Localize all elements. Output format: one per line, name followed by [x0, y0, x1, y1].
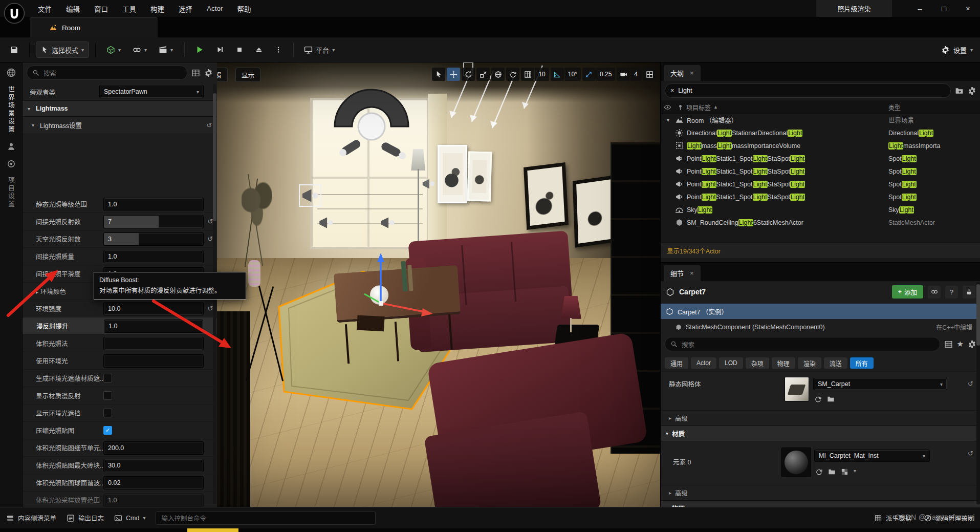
rail-project-settings[interactable]: 项目设置 — [6, 177, 16, 208]
value-field[interactable] — [103, 337, 204, 350]
grid-snap-toggle[interactable] — [521, 68, 534, 81]
spotlight-gizmo-icon[interactable] — [379, 214, 396, 231]
lightmass-settings-subheader[interactable]: ▾ Lightmass设置 ↺ — [23, 117, 217, 133]
rotation-snap-value[interactable]: 10° — [564, 68, 581, 81]
outliner-row[interactable]: SM_RoundCeilingLight6StaticMeshActorStat… — [661, 216, 980, 229]
advanced-row[interactable]: ▸ 高级 — [661, 485, 980, 500]
maximize-viewport-button[interactable] — [643, 68, 656, 81]
value-field[interactable]: 30.0 — [103, 459, 204, 472]
reset-icon[interactable]: ↺ — [207, 121, 212, 129]
new-folder-icon[interactable] — [955, 87, 964, 95]
play-options-button[interactable] — [270, 42, 287, 57]
outliner-row[interactable]: PointLightStatic1_SpotLightStaSpotLightS… — [661, 152, 980, 165]
value-field[interactable]: 3 — [103, 232, 204, 246]
expander-icon[interactable]: ▾ — [667, 117, 675, 123]
favorites-star-icon[interactable]: ★ — [957, 339, 964, 349]
material-options-icon[interactable] — [841, 468, 848, 476]
menu-item-4[interactable]: 构建 — [143, 0, 171, 17]
frame-skip-button[interactable] — [211, 42, 229, 57]
show-flags-button[interactable]: 显示 — [235, 68, 260, 82]
reset-icon[interactable]: ↺ — [968, 450, 973, 457]
outliner-row[interactable]: SkyLightSkyLight — [661, 203, 980, 216]
outliner-row[interactable]: LightmassLightmassImportanceVolumeLightm… — [661, 139, 980, 152]
close-icon[interactable]: × — [690, 269, 694, 277]
settings-button[interactable]: 设置 ▾ — [941, 45, 973, 55]
material-thumbnail[interactable] — [781, 448, 811, 477]
unreal-logo-icon[interactable] — [4, 3, 25, 24]
scale-tool-button[interactable] — [476, 68, 490, 81]
value-field[interactable]: 1.0 — [103, 494, 204, 507]
checkbox[interactable] — [103, 409, 112, 417]
menu-item-7[interactable]: 帮助 — [230, 0, 258, 17]
column-view-icon[interactable] — [191, 69, 200, 77]
mesh-thumbnail[interactable] — [785, 377, 809, 401]
outliner-search-input[interactable]: × Light — [665, 83, 951, 98]
tab-details[interactable]: 细节 × — [664, 265, 701, 281]
select-mode-dropdown[interactable]: 选择模式 ▾ — [36, 41, 89, 58]
rotation-snap-toggle[interactable] — [551, 68, 564, 81]
pin-icon[interactable] — [677, 104, 684, 111]
close-button[interactable]: × — [956, 0, 980, 17]
gear-icon[interactable] — [204, 69, 213, 77]
material-dropdown[interactable]: MI_Carptet_Mat_Inst ▾ — [814, 450, 930, 462]
gear-icon[interactable] — [968, 87, 976, 95]
cinematics-button[interactable]: ▾ — [154, 42, 178, 57]
scale-snap-toggle[interactable] — [582, 68, 596, 81]
world-local-toggle[interactable] — [491, 68, 505, 81]
component-row[interactable]: StaticMeshComponent (StaticMeshComponent… — [661, 320, 980, 334]
value-field[interactable] — [103, 354, 204, 368]
details-search-input[interactable]: 搜索 — [665, 337, 940, 351]
value-field[interactable]: 7 — [103, 215, 204, 228]
value-field[interactable]: 10.0 — [103, 302, 204, 315]
filter-chip-渲染[interactable]: 渲染 — [798, 357, 821, 369]
use-selected-icon[interactable] — [814, 395, 822, 403]
spotlight-gizmo-icon[interactable] — [317, 214, 335, 231]
browse-icon[interactable] — [828, 468, 836, 476]
instance-row-selected[interactable]: Carpet7 （实例） — [661, 304, 980, 319]
level-viewport[interactable]: 照 显示 10 10° 0.25 4 — [217, 62, 660, 507]
minimize-button[interactable]: – — [908, 0, 932, 17]
filter-chip-通用[interactable]: 通用 — [665, 357, 688, 369]
world-icon[interactable] — [6, 68, 16, 78]
photoreal-render-button[interactable]: 照片级渲染 — [816, 0, 892, 17]
translate-tool-button[interactable] — [447, 68, 460, 81]
menu-item-3[interactable]: 工具 — [115, 0, 143, 17]
column-item-label[interactable]: 项目标签 — [686, 103, 711, 112]
checkbox[interactable] — [103, 391, 112, 400]
rotate-tool-button[interactable] — [462, 68, 475, 81]
view-mode-button[interactable]: 照 — [217, 68, 228, 82]
camera-speed-button[interactable] — [617, 68, 630, 81]
console-input[interactable]: 输入控制台命令 — [156, 512, 376, 525]
expander-icon[interactable]: ▸ — [36, 289, 38, 295]
tab-outliner[interactable]: 大纲 × — [664, 65, 701, 81]
spotlight-gizmo-icon[interactable] — [299, 184, 321, 207]
menu-item-1[interactable]: 编辑 — [59, 0, 87, 17]
scrollbar-thumb[interactable] — [976, 284, 980, 346]
rail-world-settings[interactable]: 世界场景设置 — [6, 86, 16, 134]
column-view-icon[interactable] — [944, 340, 953, 349]
checkbox[interactable]: ✓ — [103, 426, 112, 435]
tab-room[interactable]: Room — [30, 17, 158, 38]
outliner-row[interactable]: PointLightStatic1_SpotLightStaSpotLightS… — [661, 178, 980, 190]
menu-item-6[interactable]: Actor — [200, 0, 230, 17]
platforms-dropdown[interactable]: 平台 ▾ — [299, 42, 339, 57]
target-icon[interactable] — [7, 159, 16, 168]
materials-section-header[interactable]: ▾ 材质 — [661, 425, 980, 441]
menu-item-0[interactable]: 文件 — [31, 0, 59, 17]
gear-icon[interactable] — [968, 340, 976, 349]
maximize-button[interactable]: □ — [932, 0, 956, 17]
use-selected-icon[interactable] — [815, 468, 823, 476]
spotlight-gizmo-icon[interactable] — [421, 176, 436, 191]
value-field[interactable]: 1.0 — [103, 250, 204, 263]
close-icon[interactable]: × — [690, 69, 694, 77]
filter-chip-actor[interactable]: Actor — [691, 357, 716, 369]
surface-snap-button[interactable] — [506, 68, 519, 81]
checkbox[interactable] — [103, 374, 112, 382]
cmd-dropdown[interactable]: Cmd ▾ — [114, 514, 145, 522]
add-component-button[interactable]: + 添加 — [892, 285, 923, 299]
menu-item-2[interactable]: 窗口 — [87, 0, 115, 17]
column-type[interactable]: 类型 — [888, 103, 901, 112]
scrollbar-thumb[interactable] — [213, 93, 216, 221]
ceiling-light-gizmo[interactable] — [314, 78, 427, 180]
play-button[interactable] — [190, 42, 209, 57]
